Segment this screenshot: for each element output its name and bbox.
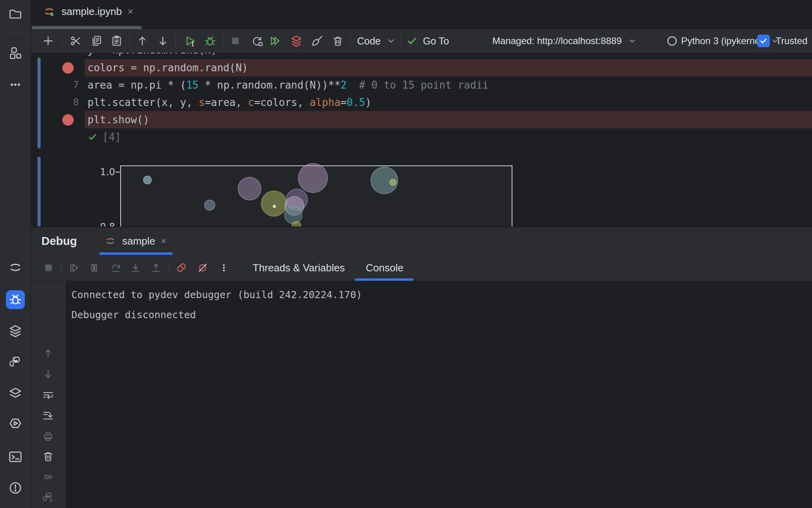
structure-button[interactable]	[0, 44, 31, 63]
code-line[interactable]: 7area = np.pi * (15 * np.random.rand(N))…	[31, 76, 812, 94]
terminal-icon	[8, 449, 23, 464]
paste-cell-button[interactable]	[108, 29, 126, 53]
database-tool-button[interactable]	[0, 322, 31, 341]
copy-cell-button[interactable]	[88, 29, 106, 53]
stop-kernel-button[interactable]	[226, 29, 244, 53]
code-line[interactable]: plt.show()	[31, 111, 812, 128]
code-text: plt.show()	[88, 111, 149, 128]
code-text: plt.scatter(x, y, s=area, c=colors, alph…	[88, 94, 371, 111]
python-console-button[interactable]	[31, 488, 65, 507]
scroll-to-end-button[interactable]	[31, 406, 65, 425]
view-breakpoints-button[interactable]	[172, 256, 190, 280]
step-over-button[interactable]	[107, 256, 125, 280]
step-over-icon	[110, 261, 122, 274]
trusted-checkbox[interactable]	[757, 35, 770, 47]
cell-type-dropdown[interactable]: Code	[357, 29, 396, 53]
print-button[interactable]	[31, 427, 65, 446]
show-prompt-button[interactable]	[31, 467, 65, 486]
delete-cell-button[interactable]	[329, 29, 347, 53]
copy-icon	[90, 35, 103, 47]
chevrons-icon	[42, 471, 54, 483]
clear-all-button[interactable]	[31, 447, 65, 466]
debug-cell-button[interactable]	[201, 29, 219, 53]
breakpoint-dot[interactable]	[62, 62, 74, 74]
python-packages-icon	[8, 355, 23, 370]
breakpoint-line-highlight	[85, 111, 812, 128]
step-out-button[interactable]	[147, 256, 165, 280]
separator	[61, 261, 61, 274]
gutter[interactable]	[31, 59, 79, 76]
more-actions-button[interactable]	[215, 256, 233, 280]
tab-console[interactable]: Console	[366, 255, 403, 281]
server-dropdown[interactable]: Managed: http://localhost:8889	[492, 29, 637, 53]
move-cell-up-button[interactable]	[133, 29, 151, 53]
stop-button[interactable]	[39, 256, 58, 280]
jupyter-notebook-icon	[104, 235, 117, 247]
jupyter-tool-button[interactable]	[0, 258, 31, 277]
pause-button[interactable]	[85, 256, 103, 280]
interrupt-kernel-button[interactable]	[287, 29, 305, 53]
terminal-tool-button[interactable]	[0, 447, 31, 466]
restart-kernel-button[interactable]	[248, 29, 266, 53]
step-out-icon	[150, 261, 162, 274]
mute-breakpoints-button[interactable]	[194, 256, 212, 280]
run-all-icon	[268, 34, 282, 48]
go-to-button[interactable]: Go To	[406, 29, 449, 53]
run-all-cells-button[interactable]	[266, 29, 284, 53]
code-line[interactable]: 8plt.scatter(x, y, s=area, c=colors, alp…	[31, 94, 812, 111]
move-cell-down-button[interactable]	[154, 29, 172, 53]
python-packages-tool-button[interactable]	[0, 353, 31, 372]
soft-wrap-button[interactable]	[31, 386, 65, 405]
navigate-down-button[interactable]	[31, 365, 65, 384]
y-tick-label: 1.0	[78, 167, 115, 178]
gutter[interactable]	[31, 111, 79, 128]
check-icon	[406, 35, 418, 47]
cut-cell-button[interactable]	[67, 29, 85, 53]
debug-panel-title: Debug	[41, 227, 77, 255]
arrow-up-icon	[136, 35, 149, 47]
trash-icon	[332, 35, 344, 47]
output-cell-indicator[interactable]	[37, 157, 41, 227]
go-to-label: Go To	[423, 35, 449, 47]
gutter[interactable]: 8	[31, 94, 79, 111]
more-tool-windows-button[interactable]	[0, 75, 31, 94]
problems-tool-button[interactable]	[0, 478, 31, 497]
problems-icon	[8, 480, 23, 495]
step-into-button[interactable]	[127, 256, 145, 280]
stop-icon	[42, 261, 55, 274]
tab-threads-variables[interactable]: Threads & Variables	[253, 255, 345, 281]
navigate-up-button[interactable]	[31, 344, 65, 363]
breakpoint-dot[interactable]	[62, 114, 74, 126]
layers-tool-button[interactable]	[0, 384, 31, 402]
interrupt-stack-icon	[289, 34, 304, 48]
close-session-icon[interactable]: ×	[161, 236, 166, 246]
debugger-tool-button[interactable]	[6, 290, 25, 309]
soft-wrap-icon	[42, 389, 54, 402]
server-label: Managed: http://localhost:8889	[492, 35, 622, 46]
project-folder-button[interactable]	[0, 4, 31, 23]
editor-tab-label: sample.ipynb	[61, 6, 122, 18]
services-tool-button[interactable]	[0, 414, 31, 433]
code-line[interactable]: colors = np.random.rand(N)	[31, 59, 812, 76]
close-tab-icon[interactable]: ×	[127, 6, 133, 17]
clipboard-icon	[110, 35, 123, 47]
arrow-down-icon	[42, 368, 54, 380]
resume-button[interactable]	[65, 256, 83, 280]
debug-session-tab[interactable]: sample ×	[99, 227, 171, 255]
console-line: Connected to pydev debugger (build 242.2…	[71, 289, 362, 300]
execution-result: [4]	[88, 128, 121, 146]
separator	[130, 35, 130, 47]
notebook-editor[interactable]: y = np.random.rand(N) colors = np.random…	[31, 53, 812, 227]
y-tick-label-partial: 0.8	[78, 221, 115, 227]
separator	[223, 35, 223, 47]
add-cell-button[interactable]	[39, 29, 57, 53]
trash-icon	[42, 450, 54, 463]
more-icon	[8, 78, 22, 92]
step-into-icon	[129, 261, 142, 274]
editor-tab[interactable]: sample.ipynb ×	[35, 0, 140, 23]
clear-outputs-button[interactable]	[308, 29, 326, 53]
checkmark-icon	[759, 37, 768, 45]
run-cell-button[interactable]	[181, 29, 199, 53]
gutter[interactable]: 7	[31, 76, 79, 94]
notebook-toolbar: Code Go To Managed: http://localhost:888…	[31, 29, 812, 53]
